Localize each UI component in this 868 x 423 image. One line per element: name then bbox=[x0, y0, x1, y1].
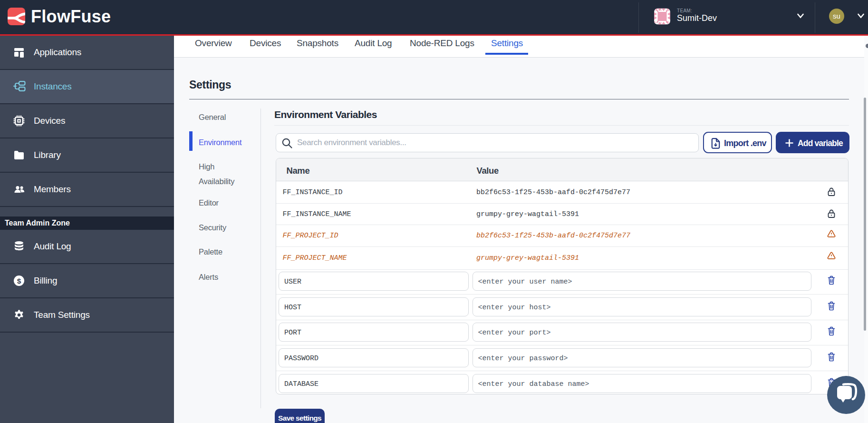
svg-text:$: $ bbox=[17, 277, 21, 285]
